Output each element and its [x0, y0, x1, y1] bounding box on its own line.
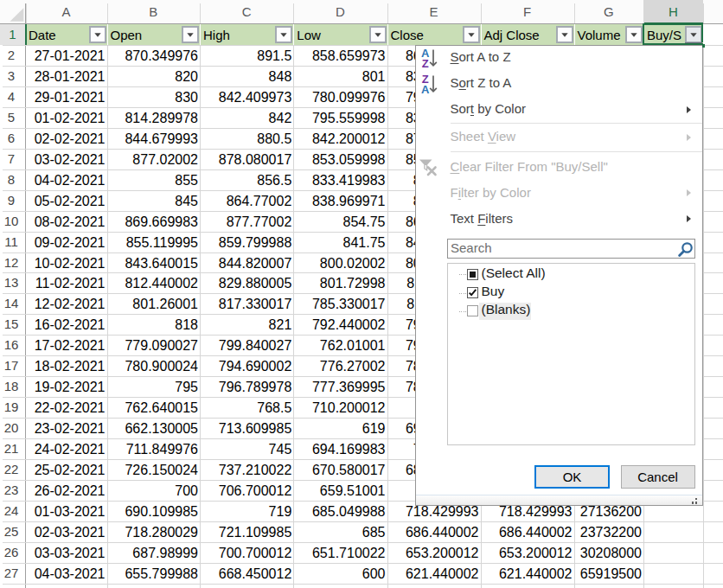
svg-text:Z: Z: [422, 57, 429, 69]
svg-text:A: A: [421, 83, 430, 95]
